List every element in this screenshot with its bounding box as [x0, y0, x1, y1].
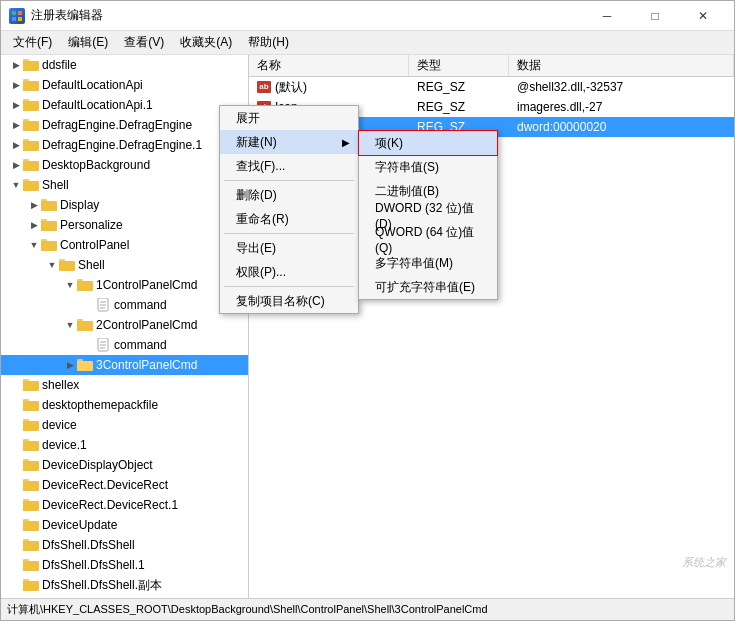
svg-rect-59	[23, 399, 29, 403]
menu-item-label: 复制项目名称(C)	[236, 293, 325, 310]
tree-expander[interactable]: ▶	[27, 198, 41, 212]
folder-icon	[23, 438, 39, 452]
menu-help[interactable]: 帮助(H)	[240, 32, 297, 53]
maximize-button[interactable]: □	[632, 1, 678, 31]
submenu-item-label: 多字符串值(M)	[375, 255, 453, 272]
context-menu-item[interactable]: 重命名(R)	[220, 207, 358, 231]
tree-expander[interactable]: ▼	[27, 238, 41, 252]
submenu-item[interactable]: 可扩充字符串值(E)	[359, 275, 497, 299]
tree-item-label: Display	[60, 198, 99, 212]
menu-view[interactable]: 查看(V)	[116, 32, 172, 53]
tree-expander[interactable]: ▼	[9, 178, 23, 192]
registry-tree[interactable]: ▶ ddsfile▶ DefaultLocationApi▶ DefaultLo…	[1, 55, 249, 598]
context-menu-item[interactable]: 删除(D)	[220, 183, 358, 207]
menubar: 文件(F) 编辑(E) 查看(V) 收藏夹(A) 帮助(H)	[1, 31, 734, 55]
folder-icon	[23, 378, 39, 392]
context-menu-item[interactable]: 展开	[220, 106, 358, 130]
context-menu-item[interactable]: 权限(P)...	[220, 260, 358, 284]
tree-expander[interactable]: ▼	[45, 258, 59, 272]
svg-rect-33	[41, 239, 47, 243]
menu-item-label: 权限(P)...	[236, 264, 286, 281]
tree-item[interactable]: ▼ ControlPanel	[1, 235, 248, 255]
context-menu-item[interactable]: 查找(F)...	[220, 154, 358, 178]
submenu-item[interactable]: 多字符串值(M)	[359, 251, 497, 275]
tree-item[interactable]: command	[1, 295, 248, 315]
tree-item[interactable]: ▶ Personalize	[1, 215, 248, 235]
tree-expander[interactable]: ▼	[63, 278, 77, 292]
tree-item[interactable]: ▶ 3ControlPanelCmd	[1, 355, 248, 375]
tree-item-label: 3ControlPanelCmd	[96, 358, 197, 372]
svg-rect-39	[77, 279, 83, 283]
tree-item[interactable]: DeviceDisplayObject	[1, 455, 248, 475]
minimize-button[interactable]: ─	[584, 1, 630, 31]
folder-icon	[23, 458, 39, 472]
tree-item-label: DeviceRect.DeviceRect	[42, 478, 168, 492]
folder-icon	[23, 78, 39, 92]
tree-item[interactable]: DfsShell.DfsShell	[1, 535, 248, 555]
folder-icon	[23, 58, 39, 72]
tree-item[interactable]: ▶ ddsfile	[1, 55, 248, 75]
titlebar: 注册表编辑器 ─ □ ✕	[1, 1, 734, 31]
tree-expander[interactable]: ▶	[9, 158, 23, 172]
tree-item[interactable]: DeviceRect.DeviceRect	[1, 475, 248, 495]
tree-item-label: DfsShell.DfsShell.副本	[42, 577, 162, 594]
tree-item-label: 1ControlPanelCmd	[96, 278, 197, 292]
menu-edit[interactable]: 编辑(E)	[60, 32, 116, 53]
tree-item[interactable]: DfsShell.DfsShell.副本	[1, 575, 248, 595]
svg-rect-12	[23, 99, 29, 103]
tree-item-label: DfsShell.DfsShell.1	[42, 558, 145, 572]
tree-item[interactable]: ▼ Shell	[1, 175, 248, 195]
tree-expander[interactable]: ▶	[9, 118, 23, 132]
submenu[interactable]: 项(K)字符串值(S)二进制值(B)DWORD (32 位)值(D)QWORD …	[358, 130, 498, 300]
tree-expander	[9, 578, 23, 592]
registry-row[interactable]: ab (默认) REG_SZ @shell32.dll,-32537	[249, 77, 734, 97]
tree-item[interactable]: DeviceRect.DeviceRect.1	[1, 495, 248, 515]
context-menu-item[interactable]: 新建(N)▶项(K)字符串值(S)二进制值(B)DWORD (32 位)值(D)…	[220, 130, 358, 154]
tree-item[interactable]: ▶ DesktopBackground	[1, 155, 248, 175]
tree-item[interactable]: ▶ DefaultLocationApi.1	[1, 95, 248, 115]
tree-expander[interactable]: ▶	[27, 218, 41, 232]
tree-item-label: desktopthemepackfile	[42, 398, 158, 412]
tree-item[interactable]: ▼ Shell	[1, 255, 248, 275]
tree-item[interactable]: device.1	[1, 435, 248, 455]
tree-expander	[9, 458, 23, 472]
submenu-item-label: 字符串值(S)	[375, 159, 439, 176]
tree-item-label: command	[114, 338, 167, 352]
tree-expander[interactable]: ▼	[63, 318, 77, 332]
tree-item[interactable]: device	[1, 415, 248, 435]
folder-icon	[23, 478, 39, 492]
tree-item[interactable]: DeviceUpdate	[1, 515, 248, 535]
tree-item[interactable]: ▶ DefragEngine.DefragEngine.1	[1, 135, 248, 155]
submenu-item[interactable]: 项(K)	[359, 131, 497, 155]
menu-favorites[interactable]: 收藏夹(A)	[172, 32, 240, 53]
tree-item[interactable]: DfsShell.DfsShell.1	[1, 555, 248, 575]
context-menu-item[interactable]: 导出(E)	[220, 236, 358, 260]
tree-item[interactable]: shellex	[1, 375, 248, 395]
tree-item[interactable]: ▼ 1ControlPanelCmd	[1, 275, 248, 295]
tree-expander[interactable]: ▶	[9, 138, 23, 152]
reg-name-cell: ab (默认)	[249, 79, 409, 96]
tree-item-label: device	[42, 418, 77, 432]
submenu-item[interactable]: 字符串值(S)	[359, 155, 497, 179]
tree-expander[interactable]: ▶	[9, 78, 23, 92]
close-button[interactable]: ✕	[680, 1, 726, 31]
tree-expander[interactable]: ▶	[9, 98, 23, 112]
tree-item[interactable]: ▼ 2ControlPanelCmd	[1, 315, 248, 335]
submenu-item[interactable]: QWORD (64 位)值(Q)	[359, 227, 497, 251]
reg-type-cell: REG_SZ	[409, 100, 509, 114]
tree-item[interactable]: desktopthemepackfile	[1, 395, 248, 415]
svg-rect-6	[23, 59, 29, 63]
tree-item[interactable]: ▶ Display	[1, 195, 248, 215]
context-menu[interactable]: 展开新建(N)▶项(K)字符串值(S)二进制值(B)DWORD (32 位)值(…	[219, 105, 359, 314]
tree-item-label: device.1	[42, 438, 87, 452]
menu-separator	[224, 233, 354, 234]
tree-item[interactable]: ▶ DefragEngine.DefragEngine	[1, 115, 248, 135]
tree-item[interactable]: ▶ DefaultLocationApi	[1, 75, 248, 95]
svg-rect-1	[18, 11, 22, 15]
context-menu-item[interactable]: 复制项目名称(C)	[220, 289, 358, 313]
tree-item[interactable]: command	[1, 335, 248, 355]
tree-expander[interactable]: ▶	[63, 358, 77, 372]
reg-type-cell: REG_SZ	[409, 80, 509, 94]
menu-file[interactable]: 文件(F)	[5, 32, 60, 53]
tree-expander[interactable]: ▶	[9, 58, 23, 72]
